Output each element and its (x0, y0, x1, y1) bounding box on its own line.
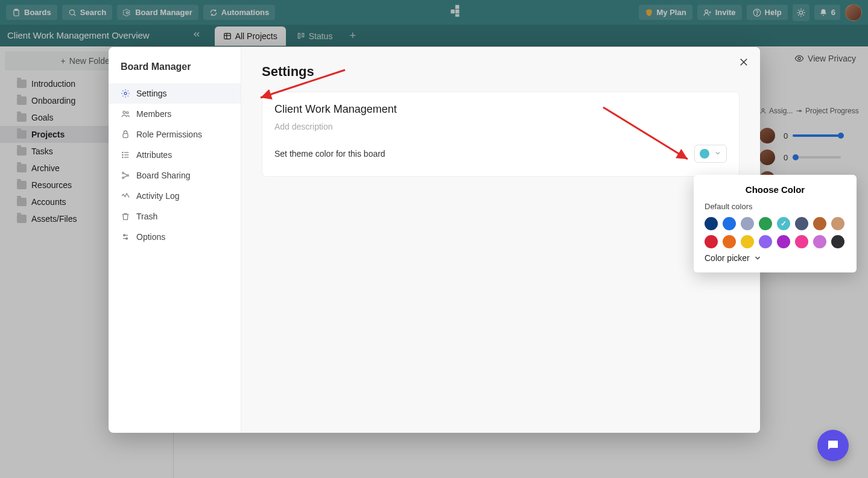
svg-point-34 (127, 112, 128, 113)
svg-line-46 (124, 176, 127, 178)
modal-nav-settings[interactable]: Settings (109, 83, 241, 104)
modal-nav-role-permissions[interactable]: Role Permissions (109, 124, 241, 145)
nav-icon (121, 89, 130, 98)
color-swatch[interactable] (777, 235, 790, 248)
color-popover: Choose Color Default colors Color picker (694, 175, 857, 272)
color-swatch[interactable] (831, 217, 844, 230)
color-swatch[interactable] (831, 235, 844, 248)
svg-point-44 (122, 177, 124, 179)
modal-main: Settings Client Work Management Add desc… (241, 47, 760, 433)
color-swatch[interactable] (759, 217, 772, 230)
svg-point-40 (122, 154, 123, 155)
board-name-field[interactable]: Client Work Management (274, 103, 727, 116)
svg-point-42 (122, 172, 124, 174)
color-picker-toggle[interactable]: Color picker (705, 253, 846, 263)
theme-color-select[interactable] (694, 145, 727, 163)
nav-label: Options (136, 232, 165, 242)
nav-label: Role Permissions (136, 130, 202, 139)
color-swatch[interactable] (723, 217, 736, 230)
nav-icon (121, 130, 130, 139)
chat-fab[interactable] (817, 430, 849, 461)
modal-nav-board-sharing[interactable]: Board Sharing (109, 165, 241, 186)
board-manager-modal: Board Manager SettingsMembersRole Permis… (109, 47, 760, 433)
color-picker-label: Color picker (705, 253, 750, 263)
chevron-down-icon (714, 149, 721, 159)
nav-label: Trash (136, 212, 157, 221)
color-swatch[interactable] (813, 217, 826, 230)
svg-point-43 (127, 175, 129, 177)
nav-icon (121, 212, 130, 221)
modal-nav-options[interactable]: Options (109, 227, 241, 247)
color-swatch[interactable] (705, 217, 718, 230)
modal-nav: SettingsMembersRole PermissionsAttribute… (109, 83, 241, 247)
svg-line-45 (124, 174, 127, 175)
add-description-field[interactable]: Add description (274, 122, 727, 131)
color-swatch[interactable] (741, 217, 754, 230)
nav-icon (121, 171, 130, 180)
color-swatch[interactable] (795, 235, 808, 248)
modal-title: Board Manager (109, 61, 241, 83)
modal-close-button[interactable] (738, 57, 749, 71)
current-color-swatch (700, 149, 709, 159)
theme-row: Set theme color for this board (274, 145, 727, 163)
modal-nav-attributes[interactable]: Attributes (109, 145, 241, 165)
modal-nav-trash[interactable]: Trash (109, 206, 241, 227)
nav-label: Board Sharing (136, 171, 191, 180)
nav-icon (121, 191, 130, 201)
settings-card: Client Work Management Add description S… (262, 92, 740, 177)
color-swatch[interactable] (723, 235, 736, 248)
swatch-row-1 (705, 217, 846, 230)
color-swatch[interactable] (795, 217, 808, 230)
svg-point-41 (122, 157, 123, 157)
nav-icon (121, 232, 130, 242)
settings-heading: Settings (262, 64, 740, 80)
nav-label: Settings (136, 89, 167, 98)
swatch-row-2 (705, 235, 846, 248)
modal-nav-members[interactable]: Members (109, 104, 241, 124)
color-swatch[interactable] (741, 235, 754, 248)
theme-label: Set theme color for this board (274, 149, 385, 159)
nav-label: Attributes (136, 150, 172, 160)
popover-default-label: Default colors (705, 202, 846, 211)
svg-rect-35 (123, 134, 128, 138)
svg-point-33 (123, 111, 125, 113)
color-swatch[interactable] (813, 235, 826, 248)
nav-icon (121, 150, 130, 160)
color-swatch[interactable] (705, 235, 718, 248)
color-swatch[interactable] (759, 235, 772, 248)
nav-label: Members (136, 109, 171, 119)
popover-title: Choose Color (705, 184, 846, 195)
modal-sidebar: Board Manager SettingsMembersRole Permis… (109, 47, 241, 433)
chevron-down-icon (753, 254, 762, 262)
nav-label: Activity Log (136, 191, 180, 201)
modal-nav-activity-log[interactable]: Activity Log (109, 186, 241, 206)
nav-icon (121, 109, 130, 119)
svg-point-32 (124, 92, 127, 95)
color-swatch[interactable] (777, 217, 790, 230)
svg-point-39 (122, 152, 123, 153)
